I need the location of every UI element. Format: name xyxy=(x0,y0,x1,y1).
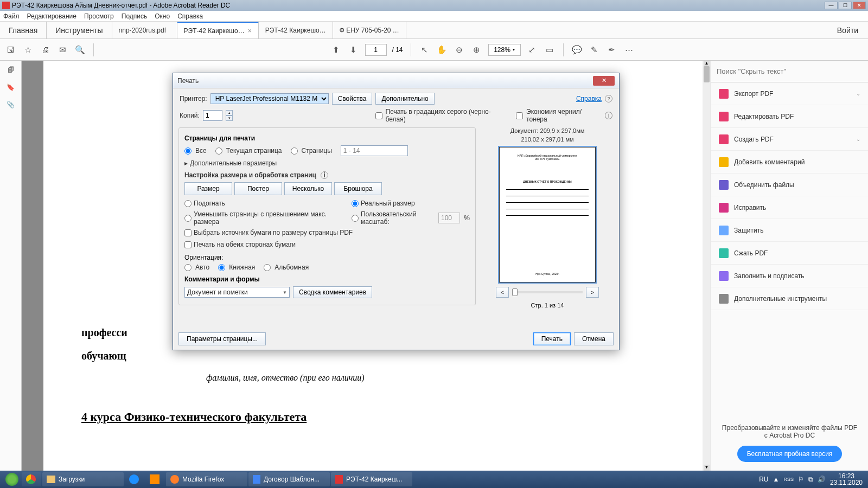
maximize-button[interactable]: ☐ xyxy=(839,2,852,9)
help-link[interactable]: Справка xyxy=(576,95,602,102)
select-icon[interactable]: ↖ xyxy=(419,44,431,56)
taskbar-media-icon[interactable] xyxy=(145,472,165,486)
custom-scale-radio[interactable] xyxy=(352,215,359,222)
tool-item-4[interactable]: Объединить файлы xyxy=(711,174,868,196)
trial-button[interactable]: Бесплатная пробная версия xyxy=(737,446,843,462)
menu-view[interactable]: Просмотр xyxy=(84,12,114,20)
save-icon[interactable]: 🖫 xyxy=(4,44,16,56)
signin-button[interactable]: Войти xyxy=(827,22,868,38)
doc-tab-3[interactable]: Ф ЕНУ 705-05-20 … xyxy=(333,22,406,38)
preview-next-button[interactable]: > xyxy=(586,287,599,298)
zoom-out-icon[interactable]: ⊖ xyxy=(454,44,465,56)
scroll-down-icon[interactable]: ▼ xyxy=(704,465,710,471)
grayscale-checkbox[interactable] xyxy=(375,112,382,119)
doc-tab-1[interactable]: РЭТ-42 Каиркешо…× xyxy=(177,22,259,38)
tool-item-2[interactable]: Создать PDF⌄ xyxy=(711,128,868,151)
pages-current-radio[interactable] xyxy=(215,147,222,155)
orient-landscape-radio[interactable] xyxy=(264,264,271,271)
scrollbar-vertical[interactable]: ▲ ▼ xyxy=(703,61,711,471)
scroll-thumb[interactable] xyxy=(704,66,710,82)
minimize-button[interactable]: — xyxy=(825,2,838,9)
fit-radio[interactable] xyxy=(184,200,192,207)
tray-up-icon[interactable]: ▲ xyxy=(773,476,780,483)
orient-portrait-radio[interactable] xyxy=(218,264,225,271)
more-params-toggle[interactable]: ▸Дополнительные параметры xyxy=(184,159,470,167)
chrome-icon[interactable] xyxy=(22,472,41,486)
pages-all-radio[interactable] xyxy=(184,147,192,155)
advanced-button[interactable]: Дополнительно xyxy=(375,93,434,105)
fit-width-icon[interactable]: ⤢ xyxy=(526,44,538,56)
search-input[interactable] xyxy=(717,67,863,75)
doc-tab-2[interactable]: РЭТ-42 Каиркешо… xyxy=(259,22,333,38)
actual-radio[interactable] xyxy=(352,200,359,207)
comments-select[interactable]: Документ и пометки▼ xyxy=(184,287,290,298)
zoom-select[interactable]: 128%▾ xyxy=(488,44,521,56)
menu-help[interactable]: Справка xyxy=(177,12,203,20)
multiple-button[interactable]: Несколько xyxy=(284,182,332,195)
tool-item-6[interactable]: Защитить xyxy=(711,219,868,242)
page-up-icon[interactable]: ⬆ xyxy=(330,44,342,56)
fit-page-icon[interactable]: ▭ xyxy=(544,44,556,56)
info-icon-2[interactable]: i xyxy=(321,171,328,179)
save-ink-checkbox[interactable] xyxy=(516,112,523,119)
paper-source-checkbox[interactable] xyxy=(184,229,192,236)
tool-item-5[interactable]: Исправить xyxy=(711,196,868,219)
comment-icon[interactable]: 💬 xyxy=(571,44,583,56)
tray-clock[interactable]: 16:2323.11.2020 xyxy=(830,473,863,486)
menu-edit[interactable]: Редактирование xyxy=(27,12,76,20)
search-icon[interactable]: 🔍 xyxy=(74,44,86,56)
shrink-radio[interactable] xyxy=(184,215,192,222)
menu-window[interactable]: Окно xyxy=(155,12,170,20)
close-button[interactable]: ✕ xyxy=(853,2,866,9)
doc-tab-0[interactable]: nnp-2020rus.pdf xyxy=(112,22,177,38)
tool-item-8[interactable]: Заполнить и подписать xyxy=(711,265,868,287)
pages-range-radio[interactable] xyxy=(291,147,298,155)
bookmark-icon[interactable]: 🔖 xyxy=(7,84,15,91)
duplex-checkbox[interactable] xyxy=(184,241,192,248)
taskbar-item-0[interactable]: Загрузки xyxy=(42,472,124,486)
taskbar-item-pdf[interactable]: РЭТ-42 Каиркеш... xyxy=(331,472,412,486)
tray-flag-icon[interactable]: ⚐ xyxy=(798,476,804,483)
start-button[interactable] xyxy=(2,472,22,486)
copies-input[interactable] xyxy=(203,110,222,121)
copies-up[interactable]: ▲ xyxy=(226,110,233,115)
dialog-close-button[interactable]: ✕ xyxy=(593,76,615,86)
attachment-icon[interactable]: 📎 xyxy=(7,101,15,108)
thumbnails-icon[interactable]: 🗐 xyxy=(8,66,14,74)
copies-down[interactable]: ▼ xyxy=(226,115,233,121)
preview-slider[interactable] xyxy=(512,291,583,293)
tool-item-7[interactable]: Сжать PDF xyxy=(711,242,868,265)
taskbar-item-firefox[interactable]: Mozilla Firefox xyxy=(166,472,247,486)
taskbar-ie-icon[interactable] xyxy=(125,472,144,486)
preview-prev-button[interactable]: < xyxy=(496,287,509,298)
tray-sound-icon[interactable]: 🔊 xyxy=(818,476,826,483)
more-icon[interactable]: ⋯ xyxy=(623,44,635,56)
tray-network-icon[interactable]: ⧉ xyxy=(808,476,813,483)
menu-file[interactable]: Файл xyxy=(3,12,20,20)
custom-scale-input[interactable] xyxy=(438,213,460,223)
tool-item-9[interactable]: Дополнительные инструменты xyxy=(711,287,868,310)
booklet-button[interactable]: Брошюра xyxy=(334,182,382,195)
properties-button[interactable]: Свойства xyxy=(332,93,373,105)
tab-close-icon[interactable]: × xyxy=(248,27,252,35)
pages-range-input[interactable] xyxy=(341,145,408,156)
comments-summary-button[interactable]: Сводка комментариев xyxy=(293,286,372,298)
home-tab[interactable]: Главная xyxy=(0,22,47,38)
zoom-in-icon[interactable]: ⊕ xyxy=(471,44,483,56)
star-icon[interactable]: ☆ xyxy=(22,44,34,56)
tray-rss-icon[interactable]: RSS xyxy=(783,477,794,482)
taskbar-item-docs[interactable]: Договор Шаблон... xyxy=(248,472,330,486)
page-setup-button[interactable]: Параметры страницы... xyxy=(178,332,266,345)
tools-tab[interactable]: Инструменты xyxy=(47,22,112,38)
tool-item-3[interactable]: Добавить комментарий xyxy=(711,151,868,174)
size-button[interactable]: Размер xyxy=(184,182,232,195)
hand-icon[interactable]: ✋ xyxy=(436,44,448,56)
poster-button[interactable]: Постер xyxy=(234,182,282,195)
info-icon[interactable]: i xyxy=(605,112,612,119)
page-input[interactable]: 1 xyxy=(365,44,387,56)
menu-sign[interactable]: Подпись xyxy=(122,12,148,20)
help-icon[interactable]: ? xyxy=(605,95,612,102)
orient-auto-radio[interactable] xyxy=(184,264,192,271)
printer-select[interactable]: HP LaserJet Professional M1132 MFP xyxy=(210,93,329,104)
print-button[interactable]: Печать xyxy=(533,332,571,345)
